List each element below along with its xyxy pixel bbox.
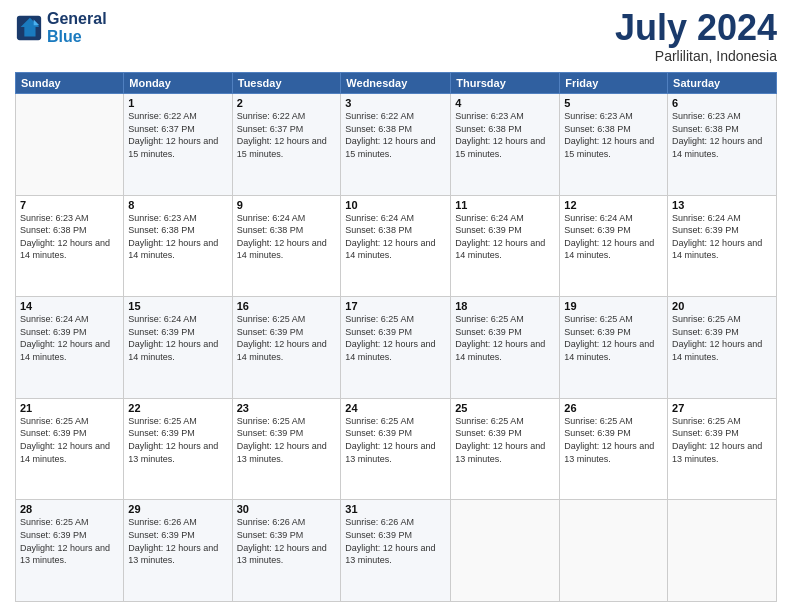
day-info: Sunrise: 6:24 AMSunset: 6:39 PMDaylight:… [20,313,119,363]
day-info: Sunrise: 6:25 AMSunset: 6:39 PMDaylight:… [237,313,337,363]
day-info: Sunrise: 6:24 AMSunset: 6:39 PMDaylight:… [455,212,555,262]
day-info: Sunrise: 6:25 AMSunset: 6:39 PMDaylight:… [455,415,555,465]
day-info: Sunrise: 6:22 AMSunset: 6:37 PMDaylight:… [237,110,337,160]
day-number: 24 [345,402,446,414]
day-number: 3 [345,97,446,109]
day-info: Sunrise: 6:24 AMSunset: 6:39 PMDaylight:… [564,212,663,262]
day-number: 26 [564,402,663,414]
day-info: Sunrise: 6:25 AMSunset: 6:39 PMDaylight:… [128,415,227,465]
day-info: Sunrise: 6:24 AMSunset: 6:39 PMDaylight:… [672,212,772,262]
page: General Blue July 2024 Parlilitan, Indon… [0,0,792,612]
day-info: Sunrise: 6:26 AMSunset: 6:39 PMDaylight:… [237,516,337,566]
day-info: Sunrise: 6:25 AMSunset: 6:39 PMDaylight:… [672,415,772,465]
day-info: Sunrise: 6:23 AMSunset: 6:38 PMDaylight:… [564,110,663,160]
calendar-cell: 17Sunrise: 6:25 AMSunset: 6:39 PMDayligh… [341,297,451,399]
day-number: 31 [345,503,446,515]
calendar-cell [451,500,560,602]
calendar-cell: 12Sunrise: 6:24 AMSunset: 6:39 PMDayligh… [560,195,668,297]
day-info: Sunrise: 6:22 AMSunset: 6:38 PMDaylight:… [345,110,446,160]
day-info: Sunrise: 6:26 AMSunset: 6:39 PMDaylight:… [345,516,446,566]
day-info: Sunrise: 6:23 AMSunset: 6:38 PMDaylight:… [455,110,555,160]
week-row-5: 28Sunrise: 6:25 AMSunset: 6:39 PMDayligh… [16,500,777,602]
day-header-sunday: Sunday [16,73,124,94]
day-number: 18 [455,300,555,312]
logo-line2: Blue [47,28,82,45]
day-number: 20 [672,300,772,312]
day-info: Sunrise: 6:25 AMSunset: 6:39 PMDaylight:… [237,415,337,465]
title-block: July 2024 Parlilitan, Indonesia [615,10,777,64]
calendar-cell: 15Sunrise: 6:24 AMSunset: 6:39 PMDayligh… [124,297,232,399]
day-number: 23 [237,402,337,414]
day-number: 15 [128,300,227,312]
day-number: 10 [345,199,446,211]
day-number: 22 [128,402,227,414]
calendar-cell: 8Sunrise: 6:23 AMSunset: 6:38 PMDaylight… [124,195,232,297]
day-number: 5 [564,97,663,109]
day-header-friday: Friday [560,73,668,94]
calendar-cell [16,94,124,196]
calendar-cell: 2Sunrise: 6:22 AMSunset: 6:37 PMDaylight… [232,94,341,196]
day-info: Sunrise: 6:25 AMSunset: 6:39 PMDaylight:… [455,313,555,363]
day-header-monday: Monday [124,73,232,94]
calendar-cell: 31Sunrise: 6:26 AMSunset: 6:39 PMDayligh… [341,500,451,602]
day-number: 27 [672,402,772,414]
day-info: Sunrise: 6:23 AMSunset: 6:38 PMDaylight:… [128,212,227,262]
week-row-2: 7Sunrise: 6:23 AMSunset: 6:38 PMDaylight… [16,195,777,297]
day-number: 25 [455,402,555,414]
calendar-cell: 3Sunrise: 6:22 AMSunset: 6:38 PMDaylight… [341,94,451,196]
calendar-cell: 5Sunrise: 6:23 AMSunset: 6:38 PMDaylight… [560,94,668,196]
calendar-cell: 11Sunrise: 6:24 AMSunset: 6:39 PMDayligh… [451,195,560,297]
day-header-thursday: Thursday [451,73,560,94]
day-info: Sunrise: 6:25 AMSunset: 6:39 PMDaylight:… [20,516,119,566]
calendar-cell: 1Sunrise: 6:22 AMSunset: 6:37 PMDaylight… [124,94,232,196]
day-number: 13 [672,199,772,211]
day-number: 11 [455,199,555,211]
logo-icon [15,14,43,42]
day-info: Sunrise: 6:24 AMSunset: 6:38 PMDaylight:… [237,212,337,262]
day-number: 28 [20,503,119,515]
calendar-cell: 20Sunrise: 6:25 AMSunset: 6:39 PMDayligh… [668,297,777,399]
calendar-cell: 27Sunrise: 6:25 AMSunset: 6:39 PMDayligh… [668,398,777,500]
day-number: 21 [20,402,119,414]
calendar-cell: 24Sunrise: 6:25 AMSunset: 6:39 PMDayligh… [341,398,451,500]
logo-text: General Blue [47,10,107,45]
week-row-4: 21Sunrise: 6:25 AMSunset: 6:39 PMDayligh… [16,398,777,500]
day-info: Sunrise: 6:26 AMSunset: 6:39 PMDaylight:… [128,516,227,566]
header: General Blue July 2024 Parlilitan, Indon… [15,10,777,64]
day-info: Sunrise: 6:25 AMSunset: 6:39 PMDaylight:… [672,313,772,363]
day-number: 30 [237,503,337,515]
day-number: 19 [564,300,663,312]
day-number: 7 [20,199,119,211]
calendar-cell [560,500,668,602]
day-header-wednesday: Wednesday [341,73,451,94]
day-info: Sunrise: 6:24 AMSunset: 6:38 PMDaylight:… [345,212,446,262]
calendar-cell: 25Sunrise: 6:25 AMSunset: 6:39 PMDayligh… [451,398,560,500]
main-title: July 2024 [615,10,777,46]
day-header-tuesday: Tuesday [232,73,341,94]
calendar-cell: 13Sunrise: 6:24 AMSunset: 6:39 PMDayligh… [668,195,777,297]
day-number: 6 [672,97,772,109]
day-number: 12 [564,199,663,211]
day-number: 14 [20,300,119,312]
calendar-cell: 10Sunrise: 6:24 AMSunset: 6:38 PMDayligh… [341,195,451,297]
day-number: 4 [455,97,555,109]
logo-line1: General [47,10,107,28]
calendar-cell: 29Sunrise: 6:26 AMSunset: 6:39 PMDayligh… [124,500,232,602]
logo: General Blue [15,10,107,45]
calendar-cell: 26Sunrise: 6:25 AMSunset: 6:39 PMDayligh… [560,398,668,500]
calendar-cell [668,500,777,602]
calendar-cell: 9Sunrise: 6:24 AMSunset: 6:38 PMDaylight… [232,195,341,297]
calendar-cell: 19Sunrise: 6:25 AMSunset: 6:39 PMDayligh… [560,297,668,399]
calendar-cell: 18Sunrise: 6:25 AMSunset: 6:39 PMDayligh… [451,297,560,399]
day-number: 16 [237,300,337,312]
day-number: 8 [128,199,227,211]
day-number: 1 [128,97,227,109]
calendar-table: SundayMondayTuesdayWednesdayThursdayFrid… [15,72,777,602]
day-number: 2 [237,97,337,109]
day-info: Sunrise: 6:25 AMSunset: 6:39 PMDaylight:… [564,313,663,363]
calendar-cell: 28Sunrise: 6:25 AMSunset: 6:39 PMDayligh… [16,500,124,602]
calendar-cell: 23Sunrise: 6:25 AMSunset: 6:39 PMDayligh… [232,398,341,500]
calendar-cell: 30Sunrise: 6:26 AMSunset: 6:39 PMDayligh… [232,500,341,602]
day-number: 29 [128,503,227,515]
calendar-cell: 21Sunrise: 6:25 AMSunset: 6:39 PMDayligh… [16,398,124,500]
